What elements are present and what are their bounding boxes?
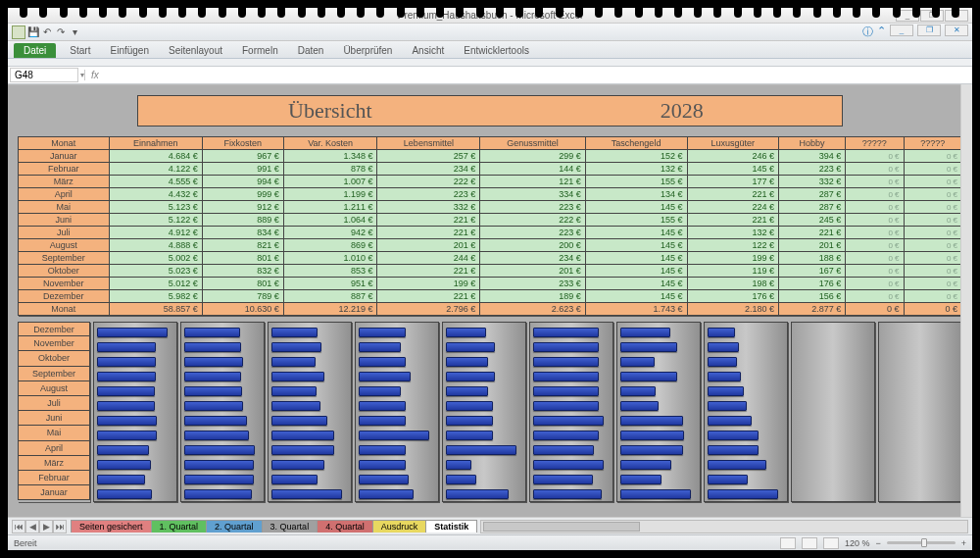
value-cell: 5.002 € [109,252,202,265]
value-cell: 145 € [687,163,778,176]
total-cell: 2.877 € [779,303,846,316]
value-cell: 0 € [846,176,904,188]
chart-bar [184,342,241,352]
chart-bar [708,386,744,396]
value-cell: 121 € [480,176,585,188]
total-cell: 12.219 € [283,303,377,316]
undo-icon[interactable]: ↶ [41,26,53,38]
horizontal-scrollbar[interactable] [480,520,968,533]
month-cell: Februar [19,163,110,176]
doc-minimize[interactable]: _ [890,25,913,36]
value-cell: 834 € [202,227,283,239]
ribbon-tab-entwicklertools[interactable]: Entwicklertools [454,43,539,58]
app-frame: Premium_Haushaltsbuch - Microsoft Excel … [0,0,980,558]
sheet-tab[interactable]: Statistik [425,520,477,533]
sheet-tab[interactable]: 3. Quartal [262,520,318,533]
ribbon-tab-start[interactable]: Start [60,43,100,58]
zoom-level[interactable]: 120 % [845,538,870,548]
tab-nav-prev-icon[interactable]: ◀ [25,520,39,533]
zoom-out-icon[interactable]: − [875,538,880,548]
ribbon-tab-ansicht[interactable]: Ansicht [402,43,454,58]
chart-bar [359,401,406,411]
value-cell: 821 € [202,239,283,252]
ribbon-tab-seitenlayout[interactable]: Seitenlayout [159,43,232,58]
value-cell: 132 € [585,163,687,176]
value-cell: 0 € [846,227,904,239]
name-box[interactable]: G48 [10,68,78,82]
col-header: Fixkosten [202,137,283,150]
total-cell: 10.630 € [202,303,283,316]
tab-nav-next-icon[interactable]: ▶ [39,520,53,533]
ribbon-tab-formeln[interactable]: Formeln [232,43,288,58]
tab-nav-last-icon[interactable]: ⏭ [53,520,67,533]
value-cell: 222 € [480,214,585,227]
zoom-slider[interactable] [887,541,956,544]
chart-bar [359,445,406,455]
col-header: ????? [846,137,904,150]
value-cell: 4.122 € [109,163,202,176]
ribbon-tab-einfügen[interactable]: Einfügen [100,43,158,58]
save-icon[interactable]: 💾 [27,26,39,38]
chart-month-label: Februar [18,471,90,485]
month-cell: April [19,188,110,201]
value-cell: 0 € [904,252,961,265]
zoom-in-icon[interactable]: + [961,538,966,548]
value-cell: 1.348 € [283,150,377,163]
chart-bar [620,342,677,352]
vertical-scrollbar[interactable] [960,84,972,517]
value-cell: 5.023 € [109,265,202,278]
chart-bar [620,386,656,396]
value-cell: 0 € [904,201,961,214]
chart-bar [359,328,406,337]
value-cell: 5.123 € [109,201,202,214]
chart-bar [533,328,599,337]
chart-bar [446,460,471,470]
total-cell: 2.796 € [377,303,480,316]
value-cell: 999 € [202,188,283,201]
sheet-tab[interactable]: Ausdruck [372,520,427,533]
sheet-tab[interactable]: Seiten gesichert [71,520,152,533]
doc-close[interactable]: ✕ [945,25,968,36]
chart-bar [708,416,752,426]
sheet-tab[interactable]: 2. Quartal [206,520,263,533]
value-cell: 245 € [779,214,846,227]
ribbon-min-icon[interactable]: ⌃ [877,25,886,39]
fx-icon[interactable]: fx [91,70,99,80]
value-cell: 801 € [202,278,283,290]
doc-restore[interactable]: ❐ [917,25,941,36]
view-normal-icon[interactable] [780,537,796,549]
value-cell: 0 € [846,239,904,252]
chart-bar [446,357,488,367]
sheet-tab[interactable]: 1. Quartal [151,520,208,533]
worksheet-area[interactable]: Übersicht 2028 MonatEinnahmenFixkostenVa… [8,84,972,517]
qat-dropdown-icon[interactable]: ▾ [69,26,80,38]
value-cell: 246 € [687,150,778,163]
window-title: Premium_Haushaltsbuch - Microsoft Excel [8,10,972,21]
help-icon[interactable]: ⓘ [862,25,873,39]
sheet-tab[interactable]: 4. Quartal [317,520,373,533]
tab-nav-first-icon[interactable]: ⏮ [12,520,25,533]
chart-bar [359,460,406,470]
value-cell: 4.555 € [109,176,202,188]
chart-bar [533,401,599,411]
value-cell: 257 € [377,150,480,163]
view-pagelayout-icon[interactable] [802,537,817,549]
chart-bar [533,386,599,396]
value-cell: 0 € [846,290,904,303]
value-cell: 0 € [904,188,961,201]
chart-bar [533,445,594,455]
value-cell: 199 € [687,252,778,265]
chart-bar [184,489,252,499]
chart-bar [271,431,334,440]
view-pagebreak-icon[interactable] [823,537,839,549]
value-cell: 1.064 € [283,214,377,227]
ribbon-tab-überprüfen[interactable]: Überprüfen [333,43,402,58]
chart-bar [446,475,476,484]
value-cell: 221 € [687,214,778,227]
value-cell: 869 € [283,239,377,252]
ribbon-tab-daten[interactable]: Daten [288,43,334,58]
value-cell: 223 € [377,188,480,201]
file-tab[interactable]: Datei [14,43,56,58]
value-cell: 145 € [585,252,687,265]
redo-icon[interactable]: ↷ [55,26,67,38]
